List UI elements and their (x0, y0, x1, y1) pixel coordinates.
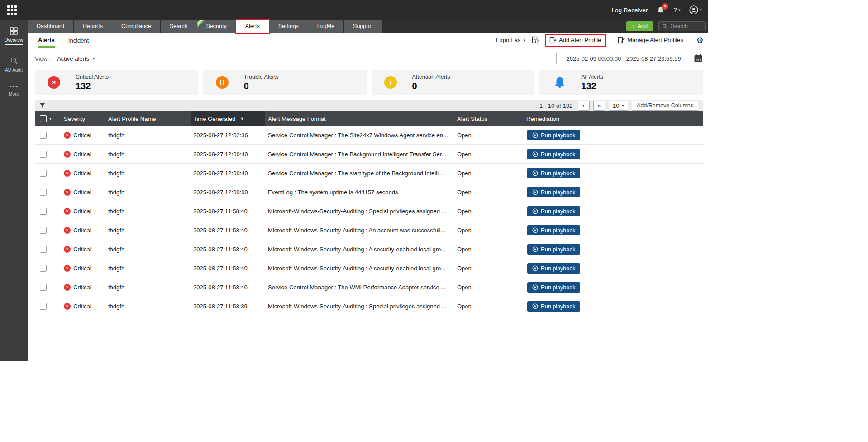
table-row: ✕ Critical thdgfh 2025-08-27 11:58:40 Mi… (35, 259, 703, 278)
subtab-incident[interactable]: Incident (68, 34, 89, 47)
run-playbook-button[interactable]: Run playbook (527, 168, 580, 178)
page-size-select[interactable]: 10 ▾ (609, 101, 628, 110)
last-page-button[interactable]: » (593, 101, 605, 110)
sidebar-item-label: Overview (5, 38, 24, 45)
row-checkbox[interactable] (40, 208, 47, 215)
date-range-input[interactable] (556, 53, 691, 64)
row-checkbox[interactable] (40, 265, 47, 272)
run-playbook-button[interactable]: Run playbook (527, 263, 580, 274)
schedule-report-icon[interactable] (532, 36, 539, 44)
select-all-checkbox[interactable] (40, 115, 47, 122)
alert-profile-name: thdgfh (105, 208, 191, 215)
card-title: All Alerts (581, 74, 603, 80)
row-checkbox[interactable] (40, 246, 47, 253)
view-value: Active alerts (57, 55, 89, 62)
col-header-alert-profile-name[interactable]: Alert Profile Name (105, 115, 191, 122)
critical-alerts-card[interactable]: ✕ Critical Alerts 132 (35, 70, 198, 95)
main-area: Dashboard Reports Compliance Search NEW … (28, 20, 708, 361)
user-menu[interactable]: ▾ (689, 5, 702, 14)
critical-alerts-icon: ✕ (48, 76, 60, 89)
filter-funnel-icon[interactable] (39, 103, 45, 108)
apps-grid-icon[interactable] (7, 5, 17, 15)
tab-search[interactable]: Search (161, 20, 197, 33)
run-playbook-button[interactable]: Run playbook (527, 149, 580, 159)
row-checkbox[interactable] (40, 170, 47, 177)
critical-severity-icon: ✕ (64, 189, 71, 196)
subtab-alerts[interactable]: Alerts (38, 33, 55, 48)
alert-message[interactable]: Service Control Manager : The Background… (265, 151, 454, 158)
alert-status: Open (454, 265, 524, 272)
alert-profile-name: thdgfh (105, 246, 191, 253)
alert-message[interactable]: Microsoft-Windows-Security-Auditing : An… (265, 227, 454, 234)
tab-settings[interactable]: Settings (269, 20, 308, 33)
row-checkbox[interactable] (40, 227, 47, 234)
overview-grid-icon (10, 27, 18, 35)
col-header-alert-status[interactable]: Alert Status (454, 115, 524, 122)
tab-support[interactable]: Support (344, 20, 382, 33)
tab-reports[interactable]: Reports (74, 20, 112, 33)
alert-message[interactable]: Microsoft-Windows-Security-Auditing : A … (265, 246, 454, 253)
tab-alerts[interactable]: Alerts (236, 20, 269, 33)
col-header-alert-message-format[interactable]: Alert Message Format (265, 115, 454, 122)
table-row: ✕ Critical thdgfh 2025-08-27 12:00:40 Se… (35, 145, 703, 164)
run-playbook-button[interactable]: Run playbook (527, 244, 580, 255)
col-header-severity[interactable]: Severity (61, 115, 105, 122)
manage-alert-profiles-button[interactable]: Manage Alert Profiles (618, 37, 683, 44)
row-checkbox[interactable] (40, 132, 47, 139)
row-checkbox[interactable] (40, 303, 47, 310)
alert-message[interactable]: Microsoft-Windows-Security-Auditing : Sp… (265, 303, 454, 310)
run-playbook-button[interactable]: Run playbook (527, 301, 580, 312)
alert-message[interactable]: Service Control Manager : The WMI Perfor… (265, 284, 454, 291)
alert-message[interactable]: Microsoft-Windows-Security-Auditing : Sp… (265, 208, 454, 215)
select-menu-caret-icon[interactable]: ▾ (49, 116, 52, 121)
critical-severity-icon: ✕ (64, 265, 71, 272)
alert-message[interactable]: Service Control Manager : The start type… (265, 170, 454, 177)
help-menu[interactable]: ? ▾ (673, 6, 680, 14)
tab-logme[interactable]: LogMe (308, 20, 343, 33)
row-checkbox[interactable] (40, 151, 47, 158)
run-playbook-button[interactable]: Run playbook (527, 130, 580, 140)
attention-alerts-card[interactable]: ! Attention Alerts 0 (372, 70, 535, 95)
alert-message[interactable]: Service Control Manager : The Site24x7 W… (265, 132, 454, 139)
chevron-down-icon: ▾ (678, 8, 681, 12)
add-remove-columns-button[interactable]: Add/Remove Columns (632, 101, 698, 110)
all-alerts-card[interactable]: All Alerts 132 (539, 70, 703, 95)
calendar-icon[interactable] (694, 54, 703, 63)
sidebar-item-more[interactable]: ••• More (0, 84, 28, 96)
time-generated: 2025-08-27 11:58:40 (191, 246, 265, 253)
run-playbook-icon (532, 246, 538, 252)
tab-compliance[interactable]: Compliance (112, 20, 160, 33)
time-generated: 2025-08-27 12:00:40 (191, 151, 265, 158)
view-select[interactable]: Active alerts ▾ (57, 55, 95, 62)
col-header-time-generated[interactable]: Time Generated ▼ (191, 111, 265, 126)
card-count: 132 (76, 81, 109, 91)
settings-gear-icon[interactable]: ⚙ (696, 36, 704, 44)
export-as-menu[interactable]: Export as ▾ (496, 37, 525, 43)
row-checkbox[interactable] (40, 284, 47, 291)
global-search-box[interactable] (658, 21, 706, 31)
search-input[interactable] (670, 23, 701, 30)
col-header-remediation[interactable]: Remediation (524, 115, 703, 122)
alert-message[interactable]: Microsoft-Windows-Security-Auditing : A … (265, 265, 454, 272)
severity-label: Critical (73, 265, 91, 272)
card-title: Trouble Alerts (244, 74, 279, 80)
alert-profile-name: thdgfh (105, 284, 191, 291)
notifications-bell-icon[interactable]: 3 (657, 6, 664, 14)
row-checkbox[interactable] (40, 189, 47, 196)
sidebar-item-overview[interactable]: Overview (0, 27, 28, 45)
trouble-alerts-card[interactable]: Trouble Alerts 0 (203, 70, 367, 95)
tab-label: Compliance (121, 23, 151, 29)
sidebar-item-ad-audit[interactable]: AD Audit (0, 57, 28, 72)
run-playbook-button[interactable]: Run playbook (527, 225, 580, 235)
tab-security[interactable]: NEW Security (197, 20, 236, 33)
alert-message[interactable]: EventLog : The system uptime is 444157 s… (265, 189, 454, 196)
add-button[interactable]: + Add (626, 21, 653, 31)
run-playbook-icon (532, 189, 538, 195)
run-playbook-button[interactable]: Run playbook (527, 282, 580, 293)
severity-label: Critical (73, 208, 91, 215)
add-alert-profile-button[interactable]: Add Alert Profile (546, 35, 605, 46)
run-playbook-button[interactable]: Run playbook (527, 206, 580, 216)
tab-dashboard[interactable]: Dashboard (28, 20, 73, 33)
run-playbook-button[interactable]: Run playbook (527, 187, 580, 197)
next-page-button[interactable]: › (578, 101, 590, 110)
